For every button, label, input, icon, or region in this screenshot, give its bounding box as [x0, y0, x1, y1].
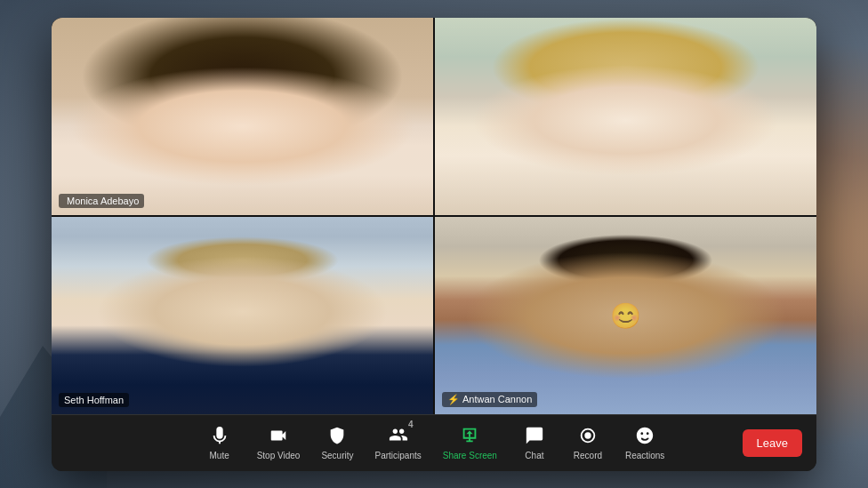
mute-label: Mute: [210, 451, 229, 460]
share-screen-icon: [460, 426, 479, 448]
record-button[interactable]: Record: [561, 420, 615, 466]
video-cell-antwan: 😊 ⚡Antwan Cannon: [435, 217, 816, 414]
stop-video-label: Stop Video: [257, 451, 301, 460]
participants-label: Participants: [375, 451, 422, 460]
participants-count-badge: 4: [408, 420, 414, 429]
chat-button[interactable]: Chat: [508, 420, 561, 466]
svg-point-1: [584, 432, 591, 438]
zoom-window: Monica Adebayo Seth Hoffman 😊 ⚡Antwan Ca…: [52, 18, 816, 471]
video-cell-seth: Seth Hoffman: [52, 217, 433, 414]
camera-icon: [269, 426, 288, 448]
security-icon: [327, 426, 347, 448]
toolbar: Mute Stop Video Security 4: [52, 414, 816, 471]
record-icon: [578, 426, 598, 448]
video-cell-sarah: [435, 18, 816, 215]
security-label: Security: [321, 451, 353, 460]
reactions-label: Reactions: [625, 451, 664, 460]
share-screen-button[interactable]: Share Screen: [432, 420, 508, 466]
share-screen-label: Share Screen: [443, 451, 497, 460]
stop-video-button[interactable]: Stop Video: [246, 420, 311, 466]
desktop-background: Monica Adebayo Seth Hoffman 😊 ⚡Antwan Ca…: [0, 0, 868, 488]
participant-video-seth: [52, 217, 433, 414]
participant-name-antwan: ⚡Antwan Cannon: [442, 392, 537, 407]
reaction-emoji-antwan: 😊: [610, 300, 641, 330]
video-cell-monica: Monica Adebayo: [52, 18, 433, 215]
participant-name-monica: Monica Adebayo: [59, 194, 144, 208]
participant-video-sarah: [435, 18, 816, 215]
chat-label: Chat: [525, 451, 543, 460]
lightning-icon: ⚡: [447, 394, 460, 404]
video-grid: Monica Adebayo Seth Hoffman 😊 ⚡Antwan Ca…: [52, 18, 816, 414]
mute-button[interactable]: Mute: [193, 420, 246, 466]
security-button[interactable]: Security: [310, 420, 364, 466]
participant-name-seth: Seth Hoffman: [59, 393, 129, 407]
mute-icon: [210, 426, 229, 448]
reactions-icon: [635, 426, 655, 448]
participants-icon: [389, 428, 408, 448]
chat-icon: [525, 426, 544, 448]
record-label: Record: [574, 451, 602, 460]
reactions-button[interactable]: Reactions: [615, 420, 675, 466]
participants-icon-wrap: 4: [389, 425, 408, 448]
participant-video-monica: [52, 18, 433, 215]
participants-button[interactable]: 4 Participants: [365, 420, 432, 466]
leave-button[interactable]: Leave: [743, 429, 802, 457]
